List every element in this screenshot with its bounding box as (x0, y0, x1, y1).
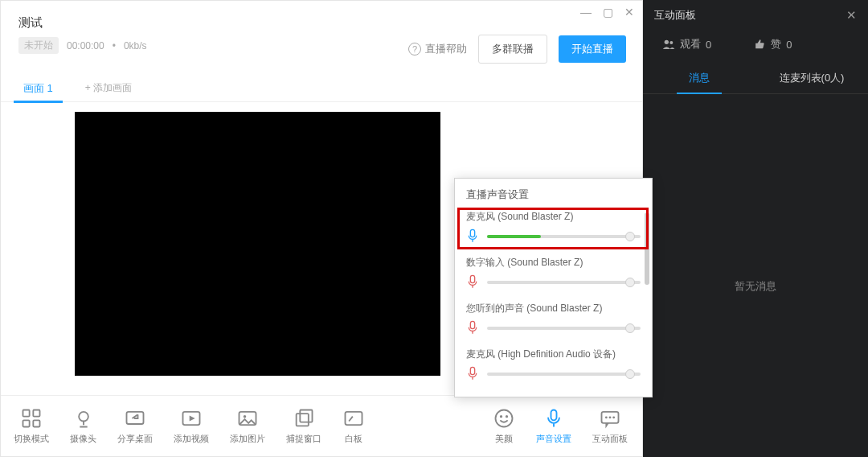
svg-rect-11 (346, 412, 362, 425)
svg-rect-15 (551, 410, 557, 420)
tool-switch-mode[interactable]: 切换模式 (14, 407, 49, 445)
svg-point-12 (496, 410, 513, 426)
svg-point-8 (244, 415, 247, 418)
close-icon[interactable]: ✕ (624, 6, 634, 19)
tool-share-desktop[interactable]: 分享桌面 (117, 407, 153, 445)
svg-point-14 (506, 415, 507, 416)
microphone-icon (542, 407, 565, 430)
side-tab-messages[interactable]: 消息 (643, 63, 755, 93)
device-name: 您听到的声音 (Sound Blaster Z) (466, 302, 641, 315)
popup-scrollbar[interactable] (645, 212, 649, 285)
svg-point-21 (665, 40, 669, 44)
side-close-icon[interactable]: ✕ (846, 8, 857, 23)
popup-title: 直播声音设置 (455, 179, 652, 210)
svg-rect-19 (470, 321, 474, 328)
help-icon: ? (408, 43, 421, 56)
volume-slider[interactable] (487, 281, 641, 284)
svg-rect-9 (297, 414, 309, 426)
stream-title: 测试 (18, 15, 624, 31)
audio-device: 麦克风 (High Definition Audio 设备) (466, 348, 641, 382)
minimize-icon[interactable]: ― (580, 6, 592, 19)
start-stream-button[interactable]: 开始直播 (559, 35, 626, 63)
tool-beauty[interactable]: 美颜 (493, 407, 515, 445)
side-tab-miclist[interactable]: 连麦列表(0人) (755, 63, 868, 93)
side-panel-title: 互动面板 (654, 8, 696, 23)
whiteboard-icon (342, 407, 365, 430)
svg-rect-1 (33, 410, 39, 417)
video-preview (75, 112, 440, 376)
empty-message: 暂无消息 (643, 279, 868, 294)
share-icon (124, 407, 146, 430)
add-screen-button[interactable]: + 添加画面 (85, 75, 132, 102)
tool-audio-settings[interactable]: 声音设置 (536, 407, 571, 445)
volume-slider[interactable] (487, 373, 641, 376)
image-icon (236, 407, 259, 430)
likes-stat: 赞 0 (755, 37, 792, 51)
mic-icon[interactable] (466, 228, 479, 245)
volume-slider[interactable] (487, 235, 641, 238)
multicast-button[interactable]: 多群联播 (478, 35, 547, 64)
svg-point-22 (669, 41, 673, 44)
mic-icon[interactable] (466, 274, 479, 290)
tab-screen-1[interactable]: 画面 1 (23, 75, 53, 102)
maximize-icon[interactable]: ▢ (603, 6, 613, 19)
volume-slider[interactable] (487, 327, 641, 330)
audio-settings-popup: 直播声音设置 麦克风 (Sound Blaster Z)数字输入 (Sound … (454, 178, 653, 397)
audio-device: 您听到的声音 (Sound Blaster Z) (466, 302, 641, 336)
viewers-stat: 观看 0 (662, 37, 711, 51)
chat-icon (599, 407, 621, 430)
device-name: 麦克风 (High Definition Audio 设备) (466, 348, 641, 361)
svg-rect-0 (23, 410, 30, 417)
audio-device: 麦克风 (Sound Blaster Z) (466, 210, 641, 245)
svg-rect-20 (470, 367, 474, 374)
capture-icon (293, 407, 315, 430)
tool-interaction-panel[interactable]: 互动面板 (592, 407, 628, 445)
device-name: 数字输入 (Sound Blaster Z) (466, 256, 641, 270)
svg-rect-18 (470, 275, 474, 282)
window-controls: ― ▢ ✕ (580, 6, 634, 19)
video-icon (180, 407, 203, 430)
svg-rect-3 (33, 420, 39, 426)
elapsed-time: 00:00:00 (67, 40, 104, 51)
mic-icon[interactable] (466, 320, 479, 336)
viewers-icon (662, 39, 675, 50)
mic-icon[interactable] (466, 366, 479, 382)
tool-add-image[interactable]: 添加图片 (230, 407, 265, 445)
grid-icon (20, 407, 43, 430)
svg-rect-10 (300, 410, 312, 422)
status-badge: 未开始 (18, 37, 59, 54)
camera-icon (72, 407, 95, 430)
thumb-icon (755, 39, 766, 50)
audio-device: 数字输入 (Sound Blaster Z) (466, 256, 641, 290)
svg-rect-2 (23, 420, 30, 426)
smile-icon (493, 407, 515, 430)
svg-point-4 (79, 412, 88, 422)
tool-capture-window[interactable]: 捕捉窗口 (286, 407, 321, 445)
tool-whiteboard[interactable]: 白板 (342, 407, 365, 445)
bitrate: 0kb/s (124, 40, 147, 51)
help-link[interactable]: ? 直播帮助 (408, 42, 467, 56)
device-name: 麦克风 (Sound Blaster Z) (466, 210, 641, 224)
dot-separator: • (113, 40, 116, 51)
svg-rect-17 (470, 229, 474, 237)
tool-camera[interactable]: 摄像头 (70, 407, 96, 445)
tool-add-video[interactable]: 添加视频 (174, 407, 209, 445)
svg-point-13 (501, 415, 502, 416)
